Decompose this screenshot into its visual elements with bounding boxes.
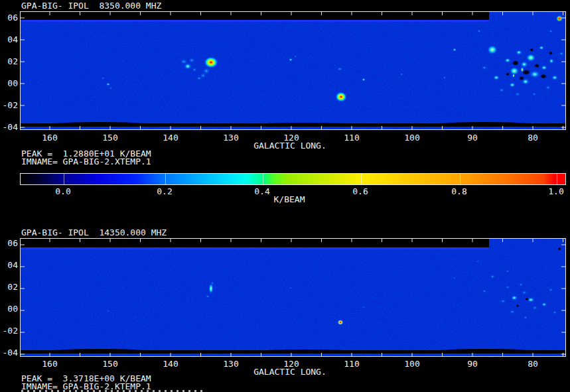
heatmap-14350-mhz xyxy=(20,238,566,357)
x-tick-label: 80 xyxy=(520,360,546,368)
x-tick-label: 140 xyxy=(157,134,184,142)
y-tick-label: 06 xyxy=(0,239,18,247)
colorbar-tick-label: 1.0 xyxy=(543,188,569,196)
x-tick-label: 160 xyxy=(36,360,63,368)
x-tick-label: 150 xyxy=(97,360,123,368)
heatmap-8350-mhz xyxy=(20,11,566,130)
colorbar-tick-label: 0.0 xyxy=(50,188,76,196)
y-tick-label: 06 xyxy=(0,14,18,22)
aips-tv-display: GPA-BIG- IPOL 8350.000 MHZ GALACTIC LONG… xyxy=(0,0,570,392)
panel1-imname-label: IMNAME= GPA-BIG-2.XTEMP.1 xyxy=(21,158,151,166)
colorbar-tick xyxy=(263,174,263,184)
colorbar-tick-label: 0.2 xyxy=(151,188,178,196)
colorbar-gradient xyxy=(21,174,565,184)
colorbar-tick-label: 0.4 xyxy=(249,188,275,196)
x-tick-label: 100 xyxy=(399,134,425,142)
y-tick-label: -04 xyxy=(0,349,18,357)
x-tick-label: 90 xyxy=(459,360,486,368)
y-tick-label: -04 xyxy=(0,123,18,131)
y-tick-label: 04 xyxy=(0,36,18,44)
x-tick-label: 120 xyxy=(278,134,305,142)
x-tick-label: 160 xyxy=(36,134,63,142)
colorbar-tick-label: 0.6 xyxy=(347,188,374,196)
colorbar-tick xyxy=(165,174,166,184)
panel1-title: GPA-BIG- IPOL 8350.000 MHZ xyxy=(21,2,161,10)
x-tick-label: 110 xyxy=(338,360,365,368)
x-tick-label: 100 xyxy=(399,360,425,368)
panel1-x-axis-title: GALACTIC LONG. xyxy=(252,142,328,150)
x-tick-label: 150 xyxy=(97,134,123,142)
y-tick-label: 00 xyxy=(0,305,18,313)
y-tick-label: -02 xyxy=(0,327,18,335)
panel2-title: GPA-BIG- IPOL 14350.000 MHZ xyxy=(21,229,167,237)
colorbar-tick-label: 0.8 xyxy=(446,188,472,196)
colorbar-tick xyxy=(460,174,461,184)
panel2-x-axis-title: GALACTIC LONG. xyxy=(252,368,328,376)
y-tick-label: 02 xyxy=(0,283,18,291)
x-tick-label: 130 xyxy=(218,360,244,368)
x-tick-label: 120 xyxy=(278,360,305,368)
x-tick-label: 90 xyxy=(459,134,486,142)
y-tick-label: 00 xyxy=(0,80,18,88)
y-tick-label: 02 xyxy=(0,58,18,66)
x-tick-label: 110 xyxy=(338,134,365,142)
colorbar-unit-label: K/BEAM xyxy=(251,196,327,204)
x-tick-label: 130 xyxy=(218,134,244,142)
colorbar-tick xyxy=(361,174,362,184)
x-tick-label: 80 xyxy=(520,134,546,142)
x-tick-label: 140 xyxy=(157,360,184,368)
colorbar-tick xyxy=(557,174,557,184)
y-tick-label: 04 xyxy=(0,261,18,269)
colorbar-tick xyxy=(64,174,64,184)
intensity-colorbar xyxy=(20,173,566,185)
y-tick-label: -02 xyxy=(0,101,18,109)
